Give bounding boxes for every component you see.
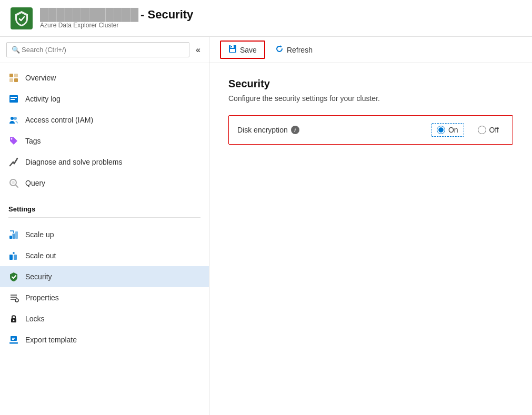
search-container: 🔍 « [0,37,209,63]
sidebar-item-activity-label: Activity log [25,95,61,103]
svg-rect-1 [9,74,13,77]
sidebar-item-activity-log[interactable]: Activity log [0,88,209,109]
content-body: Security Configure the security settings… [209,63,532,159]
sidebar: 🔍 « Overview [0,37,209,415]
iam-icon [8,115,19,125]
sidebar-item-diagnose[interactable]: Diagnose and solve problems [0,151,209,173]
sidebar-item-export-label: Export template [25,336,77,344]
sidebar-item-locks-label: Locks [25,315,45,323]
overview-icon [8,73,19,83]
sidebar-item-scale-out[interactable]: Scale out [0,245,209,266]
toolbar: Save Refresh [209,37,532,63]
svg-rect-22 [9,255,13,260]
refresh-icon [275,45,284,55]
export-icon [8,335,19,345]
query-icon [8,178,19,188]
svg-rect-23 [14,255,17,260]
refresh-label: Refresh [287,46,313,54]
svg-line-11 [10,162,13,166]
svg-point-15 [12,181,15,184]
sidebar-item-security-label: Security [25,272,52,281]
svg-rect-7 [11,99,15,100]
locks-icon [8,313,19,324]
page-header: ████████████- Security Azure Data Explor… [0,0,532,37]
sidebar-item-properties[interactable]: Properties [0,287,209,308]
tags-icon [8,136,19,146]
scaleout-icon [8,250,19,261]
svg-rect-6 [11,97,17,98]
main-layout: 🔍 « Overview [0,37,532,415]
refresh-button[interactable]: Refresh [267,41,320,58]
header-title-block: ████████████- Security Azure Data Explor… [40,8,193,29]
svg-marker-40 [280,45,282,47]
save-button[interactable]: Save [220,41,265,59]
svg-point-10 [11,138,13,140]
disk-encryption-on-radio[interactable] [437,126,445,134]
activity-icon [8,94,19,104]
properties-icon [8,292,19,303]
disk-encryption-label: Disk encryption i [237,126,431,134]
sidebar-item-iam-label: Access control (IAM) [25,116,93,124]
security-icon [8,271,19,282]
nav-list: Overview Activity log [0,63,209,198]
svg-point-29 [15,299,18,302]
svg-rect-32 [9,342,18,344]
svg-rect-18 [13,234,15,239]
search-icon: 🔍 [12,46,20,54]
sidebar-item-scale-up[interactable]: Scale up [0,224,209,245]
disk-encryption-on-option[interactable]: On [431,123,464,137]
sidebar-item-overview-label: Overview [25,74,56,82]
sidebar-item-locks[interactable]: Locks [0,308,209,329]
svg-rect-4 [14,78,18,82]
sidebar-item-tags[interactable]: Tags [0,130,209,151]
sidebar-item-diagnose-label: Diagnose and solve problems [25,158,122,166]
save-label: Save [240,46,257,54]
sidebar-item-security[interactable]: Security [0,266,209,287]
sidebar-item-overview[interactable]: Overview [0,67,209,88]
disk-encryption-off-radio[interactable] [478,126,486,134]
page-subtitle: Azure Data Explorer Cluster [40,22,193,29]
resource-icon [11,7,33,29]
section-title: Security [228,78,513,90]
svg-rect-19 [15,231,18,239]
settings-section-label: Settings [0,198,209,215]
disk-encryption-row: Disk encryption i On Off [228,115,513,145]
save-icon [228,45,237,55]
disk-encryption-off-option[interactable]: Off [473,124,504,136]
info-icon[interactable]: i [291,126,299,134]
sidebar-item-export[interactable]: Export template [0,329,209,350]
sidebar-item-tags-label: Tags [25,137,41,145]
sidebar-item-properties-label: Properties [25,293,59,302]
sidebar-item-access-control[interactable]: Access control (IAM) [0,109,209,130]
sidebar-item-query-label: Query [25,179,45,187]
settings-nav-list: Scale up Scale out [0,220,209,355]
svg-rect-17 [9,236,12,239]
svg-line-16 [15,185,18,187]
disk-encryption-radio-group: On Off [431,123,504,137]
svg-point-31 [13,320,15,321]
content-area: Save Refresh Security Configure the secu… [209,37,532,415]
svg-point-9 [14,117,17,120]
svg-rect-39 [230,49,235,52]
svg-line-13 [14,158,17,164]
page-title: ████████████- Security [40,8,193,22]
collapse-button[interactable]: « [194,44,203,56]
svg-point-8 [11,117,14,120]
search-input[interactable] [6,42,189,57]
on-label: On [448,126,458,134]
sidebar-item-scaleout-label: Scale out [25,251,56,260]
svg-rect-3 [9,78,13,82]
section-desc: Configure the security settings for your… [228,94,513,103]
scaleup-icon [8,229,19,240]
off-label: Off [489,126,499,134]
sidebar-item-query[interactable]: Query [0,173,209,194]
svg-rect-2 [14,74,18,77]
nav-divider [8,217,200,218]
sidebar-item-scaleup-label: Scale up [25,230,54,239]
svg-rect-38 [231,46,232,47]
diagnose-icon [8,157,19,167]
